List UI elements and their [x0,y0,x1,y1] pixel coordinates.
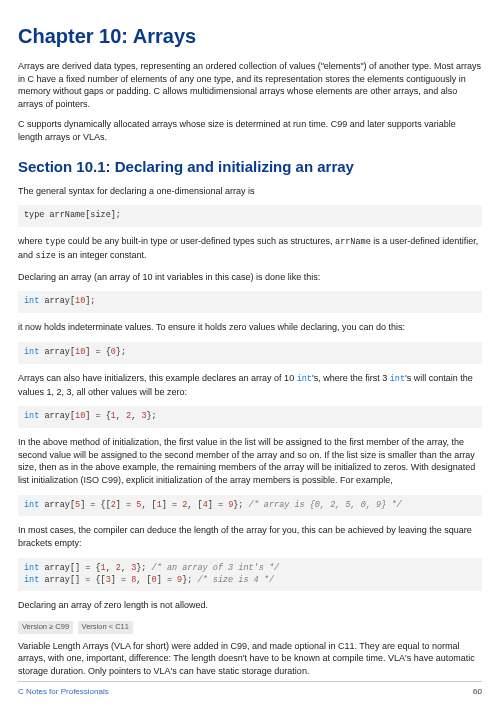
code-punct: }; [136,563,151,573]
intro-paragraph-1: Arrays are derived data types, represent… [18,60,482,110]
code-comment: /* array is {0, 2, 5, 0, 9} */ [249,500,402,510]
code-text: size [90,210,110,220]
code-block: int array[] = {1, 2, 3}; /* an array of … [18,558,482,592]
code-punct: , [131,411,141,421]
body-text: The general syntax for declaring a one-d… [18,185,482,198]
body-text: it now holds indeterminate values. To en… [18,321,482,334]
code-comment: /* an array of 3 int's */ [152,563,280,573]
code-block: int array[10]; [18,291,482,313]
code-number: 10 [75,411,85,421]
code-punct: ] = { [85,411,111,421]
code-number: 10 [75,296,85,306]
code-block: int array[5] = {[2] = 5, [1] = 2, [4] = … [18,495,482,517]
code-punct: }; [182,575,197,585]
body-text: where type could be any built-in type or… [18,235,482,263]
code-punct: , [ [187,500,202,510]
version-tag: Version < C11 [78,621,133,634]
footer-title: C Notes for Professionals [18,686,109,697]
code-punct: ; [116,210,121,220]
body-text: Variable Length Arrays (VLA for short) w… [18,640,482,678]
version-tag: Version ≥ C99 [18,621,73,634]
page-footer: C Notes for Professionals 60 [18,681,482,697]
code-keyword: int [24,411,39,421]
code-punct: ] = { [85,347,111,357]
code-punct: , [106,563,116,573]
body-text: Declaring an array of zero length is not… [18,599,482,612]
code-punct: ; [90,296,95,306]
code-text: array [39,411,70,421]
code-block: int array[10] = {0}; [18,342,482,364]
code-keyword: int [24,500,39,510]
code-punct: [] = {[ [70,575,106,585]
intro-paragraph-2: C supports dynamically allocated arrays … [18,118,482,143]
code-punct: [] = { [70,563,101,573]
code-keyword: int [24,575,39,585]
code-block: type arrName[size]; [18,205,482,227]
code-keyword: int [24,296,39,306]
code-comment: /* size is 4 */ [198,575,275,585]
code-text: type arrName [24,210,85,220]
code-punct: , [ [136,575,151,585]
code-punct: ] = [208,500,228,510]
code-punct: ] = [116,500,136,510]
code-punct: , [ [141,500,156,510]
inline-code: int [390,374,405,384]
code-text: array [39,563,70,573]
code-text: array [39,296,70,306]
inline-code: int [297,374,312,384]
code-text: array [39,500,70,510]
code-punct: , [121,563,131,573]
code-punct: }; [233,500,248,510]
code-text: array [39,347,70,357]
version-row: Version ≥ C99 Version < C11 [18,620,482,634]
code-punct: ] = [111,575,131,585]
code-block: int array[10] = {1, 2, 3}; [18,406,482,428]
body-text: Arrays can also have initializers, this … [18,372,482,398]
code-punct: }; [146,411,156,421]
section-title: Section 10.1: Declaring and initializing… [18,156,482,177]
code-number: 10 [75,347,85,357]
chapter-title: Chapter 10: Arrays [18,22,482,50]
body-text: In the above method of initialization, t… [18,436,482,486]
inline-code: size [36,251,56,261]
inline-code: arrName [335,237,371,247]
body-text: In most cases, the compiler can deduce t… [18,524,482,549]
code-text: array [39,575,70,585]
inline-code: type [45,237,65,247]
code-punct: ] = {[ [80,500,111,510]
code-punct: }; [116,347,126,357]
code-punct: ] = [157,575,177,585]
code-keyword: int [24,563,39,573]
code-keyword: int [24,347,39,357]
code-punct: ] = [162,500,182,510]
page-number: 60 [473,686,482,697]
body-text: Declaring an array (an array of 10 int v… [18,271,482,284]
code-punct: , [116,411,126,421]
